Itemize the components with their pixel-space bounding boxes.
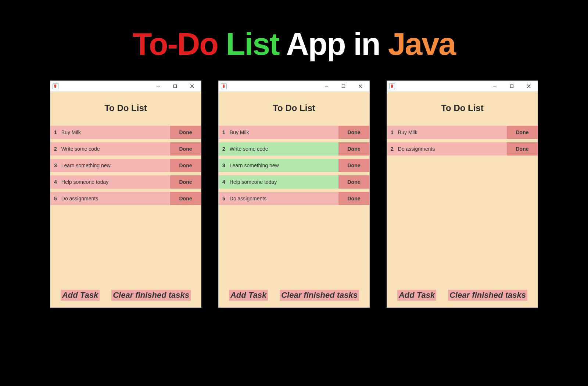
task-list: 1Buy Milk Done 2Write some code Done 3Le… <box>50 126 201 208</box>
task-number: 5 <box>54 196 57 201</box>
task-body[interactable]: 3Learn something new <box>50 159 170 172</box>
task-row: 5Do assignments Done <box>50 192 201 205</box>
task-body[interactable]: 1Buy Milk <box>50 126 170 139</box>
task-number: 1 <box>222 129 225 135</box>
done-button[interactable]: Done <box>338 126 369 139</box>
task-number: 3 <box>54 162 57 168</box>
task-body[interactable]: 4Help someone today <box>219 175 338 189</box>
maximize-button[interactable] <box>335 81 352 92</box>
app-footer: Add Task Clear finished tasks <box>387 290 538 307</box>
java-icon <box>389 83 395 89</box>
clear-finished-button[interactable]: Clear finished tasks <box>448 290 527 301</box>
windows-row: To Do List 1Buy Milk Done 2Write some co… <box>0 81 588 308</box>
maximize-button[interactable] <box>166 81 183 92</box>
window-titlebar[interactable] <box>219 81 369 92</box>
minimize-button[interactable] <box>486 81 503 92</box>
task-text: Help someone today <box>230 179 277 185</box>
task-text: Buy Milk <box>230 129 249 135</box>
task-row: 1Buy Milk Done <box>219 126 369 139</box>
task-body[interactable]: 1Buy Milk <box>219 126 338 139</box>
task-number: 1 <box>391 129 394 135</box>
task-body[interactable]: 5Do assignments <box>219 192 338 205</box>
task-text: Buy Milk <box>61 129 81 135</box>
task-row: 3Learn something new Done <box>50 159 201 172</box>
task-body[interactable]: 2Write some code <box>219 142 338 156</box>
task-text: Help someone today <box>61 179 108 185</box>
task-row: 2Write some code Done <box>219 142 369 156</box>
add-task-button[interactable]: Add Task <box>229 290 268 301</box>
task-body[interactable]: 1Buy Milk <box>387 126 507 139</box>
minimize-button[interactable] <box>150 81 166 92</box>
task-text: Do assignments <box>61 196 98 201</box>
task-row: 4Help someone today Done <box>219 175 369 189</box>
task-text: Write some code <box>230 146 268 152</box>
done-button[interactable]: Done <box>338 175 369 189</box>
page-heading: To-Do List App in Java <box>0 0 588 81</box>
task-row: 3Learn something new Done <box>219 159 369 172</box>
app-title: To Do List <box>50 92 201 126</box>
svg-rect-5 <box>342 85 345 88</box>
add-task-button[interactable]: Add Task <box>61 290 100 301</box>
svg-rect-1 <box>173 85 176 88</box>
task-list: 1Buy Milk Done 2Write some code Done 3Le… <box>219 126 369 208</box>
done-button[interactable]: Done <box>338 192 369 205</box>
task-row: 1Buy Milk Done <box>387 126 538 139</box>
task-row: 1Buy Milk Done <box>50 126 201 139</box>
title-word-4: Java <box>388 26 455 61</box>
done-button[interactable]: Done <box>507 126 538 139</box>
task-row: 2Write some code Done <box>50 142 201 156</box>
title-word-2: List <box>226 26 279 61</box>
task-text: Do assignments <box>398 146 435 152</box>
task-text: Learn something new <box>61 162 111 168</box>
task-number: 2 <box>222 146 225 152</box>
task-row: 5Do assignments Done <box>219 192 369 205</box>
app-footer: Add Task Clear finished tasks <box>50 290 201 307</box>
clear-finished-button[interactable]: Clear finished tasks <box>280 290 359 301</box>
task-number: 2 <box>391 146 394 152</box>
done-button[interactable]: Done <box>338 159 369 172</box>
done-button[interactable]: Done <box>170 126 201 139</box>
title-word-3: App in <box>286 26 380 61</box>
add-task-button[interactable]: Add Task <box>397 290 436 301</box>
task-body[interactable]: 2Do assignments <box>387 142 507 156</box>
window-titlebar[interactable] <box>50 81 201 92</box>
svg-rect-9 <box>510 85 513 88</box>
done-button[interactable]: Done <box>170 159 201 172</box>
task-number: 3 <box>222 162 225 168</box>
task-body[interactable]: 4Help someone today <box>50 175 170 189</box>
done-button[interactable]: Done <box>170 192 201 205</box>
task-number: 4 <box>222 179 225 185</box>
task-text: Learn something new <box>230 162 279 168</box>
task-row: 2Do assignments Done <box>387 142 538 156</box>
done-button[interactable]: Done <box>507 142 538 156</box>
app-window-right: To Do List 1Buy Milk Done 2Do assignment… <box>387 81 538 308</box>
app-window-middle: To Do List 1Buy Milk Done 2Write some co… <box>218 81 370 308</box>
task-body[interactable]: 2Write some code <box>50 142 170 156</box>
task-number: 5 <box>222 196 225 201</box>
task-number: 2 <box>54 146 57 152</box>
title-word-1: To-Do <box>133 26 218 61</box>
task-row: 4Help someone today Done <box>50 175 201 189</box>
done-button[interactable]: Done <box>170 142 201 156</box>
java-icon <box>53 83 58 89</box>
task-list: 1Buy Milk Done 2Do assignments Done <box>387 126 538 159</box>
maximize-button[interactable] <box>503 81 520 92</box>
task-body[interactable]: 3Learn something new <box>219 159 338 172</box>
task-number: 4 <box>54 179 57 185</box>
done-button[interactable]: Done <box>338 142 369 156</box>
minimize-button[interactable] <box>318 81 335 92</box>
clear-finished-button[interactable]: Clear finished tasks <box>111 290 191 301</box>
close-button[interactable] <box>183 81 200 92</box>
close-button[interactable] <box>520 81 537 92</box>
done-button[interactable]: Done <box>170 175 201 189</box>
task-body[interactable]: 5Do assignments <box>50 192 170 205</box>
window-titlebar[interactable] <box>387 81 538 92</box>
java-icon <box>221 83 227 89</box>
app-footer: Add Task Clear finished tasks <box>219 290 369 307</box>
close-button[interactable] <box>352 81 369 92</box>
app-title: To Do List <box>219 92 369 126</box>
task-text: Buy Milk <box>398 129 417 135</box>
task-text: Write some code <box>61 146 100 152</box>
app-title: To Do List <box>387 92 538 126</box>
task-text: Do assignments <box>230 196 266 201</box>
